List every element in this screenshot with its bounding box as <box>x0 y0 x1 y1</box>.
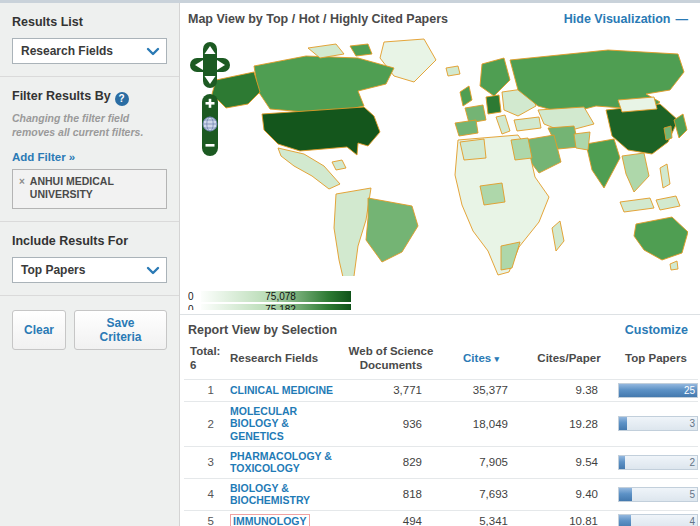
map-country[interactable] <box>670 261 678 270</box>
row-documents: 818 <box>344 478 438 510</box>
top-papers-bar[interactable]: 25 <box>618 383 698 398</box>
research-field-link[interactable]: CLINICAL MEDICINE <box>230 384 333 397</box>
results-list-selected-value: Research Fields <box>21 44 113 58</box>
map-country[interactable] <box>446 66 460 76</box>
map-country[interactable] <box>254 56 394 114</box>
chevron-down-icon <box>146 42 160 60</box>
map-country[interactable] <box>262 107 380 155</box>
map-country[interactable] <box>480 183 505 205</box>
legend-row: 0 75,182 <box>188 303 700 310</box>
map-country[interactable] <box>574 132 590 150</box>
column-wos-documents: Web of Science Documents <box>344 343 438 379</box>
hide-visualization-link[interactable]: Hide Visualization— <box>564 12 688 26</box>
map-country[interactable] <box>618 97 657 112</box>
row-cites: 35,377 <box>438 379 524 401</box>
row-documents: 936 <box>344 401 438 446</box>
top-papers-bar[interactable]: 5 <box>618 487 698 502</box>
map-country[interactable] <box>660 164 670 188</box>
top-papers-bar[interactable]: 3 <box>618 416 698 431</box>
research-field-link[interactable]: IMMUNOLOGY <box>230 514 310 526</box>
legend-gradient-bar: 75,182 <box>201 304 351 310</box>
row-cites: 7,693 <box>438 478 524 510</box>
top-papers-bar-fill <box>619 417 627 430</box>
map-country[interactable] <box>480 58 510 96</box>
pan-control[interactable] <box>190 42 230 88</box>
map-view-title: Map View by Top / Hot / Highly Cited Pap… <box>188 12 448 26</box>
map-country[interactable] <box>501 242 520 270</box>
legend-gradient-bar: 75,078 <box>201 291 351 302</box>
top-papers-bar-fill <box>619 488 632 501</box>
map-country[interactable] <box>586 139 620 188</box>
save-criteria-button[interactable]: Save Criteria <box>74 310 167 350</box>
row-cites-per-paper: 9.40 <box>524 478 614 510</box>
research-field-link[interactable]: PHARMACOLOGY & TOXICOLOGY <box>230 450 340 475</box>
table-row: 2 MOLECULAR BIOLOGY & GENETICS 936 18,04… <box>184 401 698 446</box>
table-row: 3 PHARMACOLOGY & TOXICOLOGY 829 7,905 9.… <box>184 446 698 478</box>
table-row: 5 IMMUNOLOGY 494 5,341 10.81 4 <box>184 510 698 526</box>
research-field-link[interactable]: BIOLOGY & BIOCHEMISTRY <box>230 482 340 507</box>
top-papers-bar[interactable]: 4 <box>618 514 698 526</box>
results-list-section: Results List Research Fields <box>0 3 179 77</box>
top-papers-value: 5 <box>689 488 695 502</box>
active-filter-tag[interactable]: × ANHUI MEDICAL UNIVERSITY <box>12 169 167 208</box>
map-country[interactable] <box>664 126 672 140</box>
map-country[interactable] <box>514 117 541 131</box>
include-results-dropdown[interactable]: Top Papers <box>12 257 167 283</box>
map-country[interactable] <box>511 138 532 160</box>
world-map[interactable] <box>208 36 688 276</box>
sidebar-buttons: Clear Save Criteria <box>0 296 179 364</box>
row-cites: 5,341 <box>438 510 524 526</box>
column-cites-sortable[interactable]: Cites ▾ <box>438 343 524 379</box>
row-documents: 494 <box>344 510 438 526</box>
top-papers-value: 25 <box>684 384 695 398</box>
map-country[interactable] <box>334 188 371 276</box>
map-country[interactable] <box>332 160 346 170</box>
results-list-label: Results List <box>12 15 167 29</box>
map-country[interactable] <box>634 217 688 260</box>
map-country[interactable] <box>455 120 478 136</box>
map-legend: 0 75,078 0 75,182 <box>188 290 700 310</box>
map-country[interactable] <box>366 198 418 262</box>
map-country[interactable] <box>620 198 654 212</box>
include-results-section: Include Results For Top Papers <box>0 222 179 296</box>
top-papers-bar[interactable]: 2 <box>618 455 698 470</box>
report-section: Report View by Selection Customize Total… <box>180 314 700 526</box>
map-country[interactable] <box>622 153 649 192</box>
row-rank: 1 <box>184 379 226 401</box>
top-papers-value: 2 <box>689 456 695 470</box>
include-results-selected-value: Top Papers <box>21 263 85 277</box>
map-country[interactable] <box>350 44 372 56</box>
globe-icon[interactable] <box>203 117 217 131</box>
research-field-link[interactable]: MOLECULAR BIOLOGY & GENETICS <box>230 405 340 443</box>
add-filter-link[interactable]: Add Filter » <box>12 151 75 163</box>
zoom-control[interactable] <box>202 94 218 156</box>
sort-descending-icon: ▾ <box>494 354 499 364</box>
table-row: 1 CLINICAL MEDICINE 3,771 35,377 9.38 25 <box>184 379 698 401</box>
row-documents: 3,771 <box>344 379 438 401</box>
row-cites-per-paper: 9.54 <box>524 446 614 478</box>
zoom-out-icon[interactable] <box>206 144 215 147</box>
customize-link[interactable]: Customize <box>625 323 688 337</box>
clear-button[interactable]: Clear <box>12 310 66 350</box>
help-icon[interactable]: ? <box>115 92 129 106</box>
total-count: Total: 6 <box>184 343 226 379</box>
map-country[interactable] <box>486 95 501 114</box>
top-papers-value: 3 <box>689 417 695 431</box>
map-country[interactable] <box>460 86 472 106</box>
filters-sidebar: Results List Research Fields Filter Resu… <box>0 3 180 526</box>
table-header-row: Total: 6 Research Fields Web of Science … <box>184 343 698 379</box>
legend-max-value: 75,078 <box>265 291 296 302</box>
column-cites-per-paper: Cites/Paper <box>524 343 614 379</box>
map-country[interactable] <box>278 148 340 189</box>
map-country[interactable] <box>552 221 564 251</box>
map-country[interactable] <box>496 115 510 134</box>
row-cites-per-paper: 9.38 <box>524 379 614 401</box>
report-view-header: Report View by Selection Customize <box>180 315 700 343</box>
remove-filter-icon[interactable]: × <box>19 175 25 201</box>
top-papers-value: 4 <box>689 515 695 526</box>
map-country[interactable] <box>656 196 680 210</box>
map-country[interactable] <box>460 139 486 160</box>
results-list-dropdown[interactable]: Research Fields <box>12 38 167 64</box>
map-controls <box>190 42 230 164</box>
legend-min-value: 0 <box>188 291 196 302</box>
